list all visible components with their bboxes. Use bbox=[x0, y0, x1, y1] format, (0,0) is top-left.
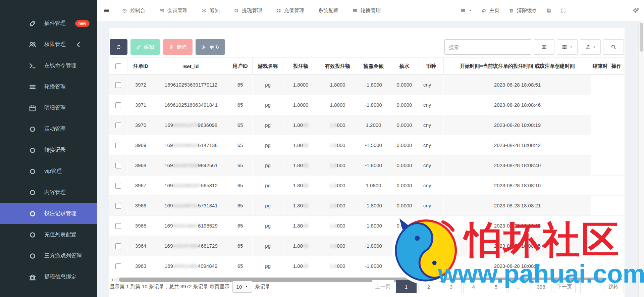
edit-button[interactable]: 编辑 bbox=[130, 39, 160, 55]
sidebar-item-label: 插件管理 bbox=[44, 20, 66, 27]
delete-button[interactable]: 删除 bbox=[163, 39, 193, 55]
table-cell: -1.8000 bbox=[357, 236, 390, 256]
nav-list-dropdown[interactable] bbox=[456, 0, 477, 21]
page-button[interactable]: 4 bbox=[463, 280, 484, 293]
bars-icon bbox=[353, 8, 358, 13]
row-checkbox[interactable] bbox=[115, 183, 121, 189]
sidebar-item[interactable]: vip管理 bbox=[0, 161, 97, 182]
page-button[interactable]: ... bbox=[508, 280, 529, 293]
table-cell: 65 bbox=[228, 196, 253, 216]
redacted-text: 602497508 bbox=[173, 162, 198, 168]
column-header[interactable]: 有效投注额 bbox=[318, 57, 357, 75]
navbar-right: 主页清除缓存 bbox=[456, 0, 639, 21]
toggle-view-button[interactable] bbox=[534, 39, 554, 55]
sidebar-item[interactable]: 权限管理 bbox=[0, 34, 97, 55]
language-toggle[interactable] bbox=[542, 0, 556, 21]
table-cell: -1.8000 bbox=[357, 216, 390, 236]
summary-suffix: 条记录 bbox=[255, 284, 270, 290]
sidebar-item[interactable]: 轮播管理 bbox=[0, 76, 97, 97]
redacted-text: 00 bbox=[303, 162, 309, 168]
nav-menu-item[interactable]: 控制台 bbox=[115, 0, 152, 21]
advanced-search-button[interactable] bbox=[603, 39, 624, 55]
clear-cache-link[interactable]: 清除缓存 bbox=[504, 0, 542, 21]
records-summary: 显示第 1 到第 10 条记录，总共 3972 条记录 每页显示 10 条记录 bbox=[110, 281, 270, 293]
column-header[interactable]: 游戏名称 bbox=[253, 57, 283, 75]
search-input[interactable] bbox=[444, 39, 531, 55]
nav-menu-item[interactable]: 充值管理 bbox=[269, 0, 311, 21]
table-cell: 3963 bbox=[127, 256, 154, 276]
settings-cogs-icon[interactable] bbox=[633, 7, 639, 14]
table-cell: 3970 bbox=[127, 115, 154, 135]
column-header[interactable]: 用户ID bbox=[228, 57, 253, 75]
summary-prefix: 显示第 1 到第 10 条记录，总共 3972 条记录 每页显示 bbox=[110, 284, 230, 290]
table-cell: 2023-08-28 18:08:46 bbox=[444, 95, 591, 115]
jump-button[interactable]: 跳转 bbox=[603, 280, 624, 293]
refresh-icon bbox=[116, 45, 121, 50]
table-cell: 1696102473954681729 bbox=[154, 236, 228, 256]
column-header[interactable]: 输赢金额 bbox=[357, 57, 390, 75]
column-header[interactable]: 注单ID bbox=[127, 57, 154, 75]
column-header[interactable]: 投注额 bbox=[283, 57, 318, 75]
vertical-scrollbar-thumb[interactable] bbox=[640, 23, 643, 52]
row-select-cell bbox=[109, 256, 127, 276]
table-cell: 65 bbox=[228, 95, 253, 115]
nav-menu-item[interactable]: 会员管理 bbox=[152, 0, 195, 21]
column-header[interactable]: 抽水 bbox=[390, 57, 419, 75]
page-button[interactable]: 2 bbox=[418, 280, 439, 293]
table-cell: 3968 bbox=[127, 155, 154, 176]
sidebar-item[interactable]: 插件管理new bbox=[0, 13, 97, 34]
row-checkbox[interactable] bbox=[115, 102, 121, 108]
vertical-scrollbar[interactable] bbox=[638, 21, 644, 297]
table-row: 3969169610248315614713665pg1.80001.8000-… bbox=[109, 135, 625, 155]
page-size-select[interactable]: 10 bbox=[232, 281, 253, 293]
table-cell: 2023-08-28 18:08:19 bbox=[444, 115, 591, 135]
sidebar-item[interactable]: 投注记录管理 bbox=[0, 203, 97, 224]
sidebar-item[interactable]: 内容管理 bbox=[0, 182, 97, 203]
export-button[interactable] bbox=[580, 39, 601, 55]
sidebar-item[interactable]: 在线命令管理 bbox=[0, 55, 97, 76]
row-checkbox[interactable] bbox=[115, 263, 121, 269]
view-buttons bbox=[531, 39, 624, 55]
page-button[interactable]: 3 bbox=[441, 280, 462, 293]
row-checkbox[interactable] bbox=[115, 163, 121, 168]
sidebar-item[interactable]: 明细管理 bbox=[0, 97, 97, 118]
select-all-checkbox[interactable] bbox=[115, 63, 121, 69]
home-link[interactable]: 主页 bbox=[477, 0, 504, 21]
table-cell bbox=[591, 216, 608, 236]
nav-menu-item[interactable]: 系统配置 bbox=[311, 0, 345, 21]
fullscreen-toggle[interactable] bbox=[556, 0, 571, 21]
row-checkbox[interactable] bbox=[115, 82, 121, 88]
jump-page-input[interactable] bbox=[580, 280, 601, 293]
prev-page-button[interactable]: 上一页 bbox=[372, 280, 394, 293]
sidebar-item[interactable]: 转换记录 bbox=[0, 140, 97, 161]
sidebar-item[interactable]: 活动管理 bbox=[0, 118, 97, 140]
row-checkbox[interactable] bbox=[115, 223, 121, 229]
column-header[interactable]: Bet_id bbox=[154, 57, 228, 75]
sidebar-toggle[interactable] bbox=[97, 0, 115, 21]
row-checkbox[interactable] bbox=[115, 122, 121, 128]
nav-menu-item[interactable]: 轮播管理 bbox=[345, 0, 388, 21]
row-checkbox[interactable] bbox=[115, 143, 121, 148]
page-button[interactable]: 5 bbox=[486, 280, 506, 293]
next-page-button[interactable]: 下一页 bbox=[553, 280, 576, 293]
sidebar-item[interactable]: 三方游戏列管理 bbox=[0, 245, 97, 266]
column-header[interactable]: 操作 bbox=[608, 57, 625, 75]
table-cell: 65 bbox=[228, 115, 253, 135]
columns-button[interactable] bbox=[557, 39, 578, 55]
table-cell: 1.8000 bbox=[318, 95, 357, 115]
redacted-text: 1.8 bbox=[330, 243, 337, 249]
column-header[interactable]: 结束时间 bbox=[591, 57, 608, 75]
redacted-text: 00 bbox=[303, 183, 309, 188]
sidebar-item[interactable]: 提现信息绑定 bbox=[0, 266, 97, 288]
column-header[interactable]: 币种 bbox=[419, 57, 444, 75]
row-checkbox[interactable] bbox=[115, 243, 121, 249]
nav-menu-item[interactable]: 提现管理 bbox=[227, 0, 269, 21]
sidebar-item[interactable]: 充值列表配置 bbox=[0, 224, 97, 245]
page-button[interactable]: 398 bbox=[531, 280, 551, 293]
row-checkbox[interactable] bbox=[115, 203, 121, 209]
column-header[interactable]: 开始时间=当前该注单的投注时间 或该注单创建时间 bbox=[444, 57, 591, 75]
more-button[interactable]: 更多 bbox=[196, 39, 225, 55]
page-button[interactable]: 1 bbox=[396, 280, 417, 293]
refresh-button[interactable] bbox=[110, 39, 127, 55]
nav-menu-item[interactable]: 通知 bbox=[195, 0, 227, 21]
